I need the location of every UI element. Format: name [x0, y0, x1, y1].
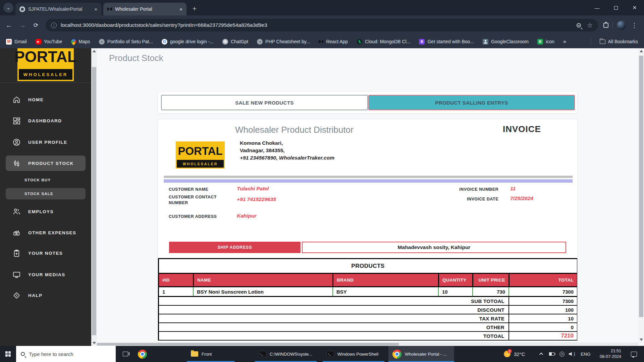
scrollbar-thumb[interactable]: [92, 67, 96, 335]
home-icon: [12, 96, 21, 104]
start-button[interactable]: [0, 346, 16, 362]
bookmark-react-app[interactable]: React App: [319, 39, 348, 44]
zoom-out-icon[interactable]: [577, 23, 581, 27]
bookmark-mongodb[interactable]: Cloud: MongoDB Cl...: [357, 39, 410, 45]
notification-center-button[interactable]: [627, 346, 641, 362]
sidebar: PORTAL WHOLESALER HOME DASHBOARD USER PR…: [0, 48, 91, 346]
sidebar-scrollbar[interactable]: [91, 48, 97, 346]
bookmark-chatgpt[interactable]: ✳ChatGpt: [222, 39, 248, 45]
extensions-icon[interactable]: [603, 23, 608, 28]
battery-indicator[interactable]: [547, 346, 556, 362]
tab-github[interactable]: SJPATEL/WhalsalerPortal ×: [15, 3, 101, 15]
dashboard-icon: [12, 117, 21, 125]
sidebar-item-other-expenses[interactable]: OTHER EXPENSES: [6, 225, 86, 240]
page-vertical-scrollbar[interactable]: [638, 48, 644, 343]
help-diamond-icon: ?: [12, 291, 21, 300]
restore-button[interactable]: [606, 0, 625, 15]
scrollbar-thumb[interactable]: [97, 343, 399, 346]
taskbar-app-wholesaler-portal[interactable]: Wholesaler Portal - ...: [388, 346, 454, 362]
tab-title: SJPATEL/WhalsalerPortal: [28, 6, 82, 12]
bookmark-gmail[interactable]: MGmail: [6, 39, 27, 45]
product-selling-entries-button[interactable]: PRODUCT SALLING ENTRYS: [368, 95, 575, 110]
bookmark-star-icon[interactable]: ☆: [587, 22, 593, 28]
scroll-up-icon[interactable]: [640, 50, 643, 52]
screen: ⌄ SJPATEL/WhalsalerPortal × Wholesaler P…: [0, 0, 644, 362]
bootstrap-icon: B: [419, 39, 425, 45]
language-indicator[interactable]: ENG: [578, 346, 593, 362]
sidebar-item-product-stock[interactable]: PRODUCT STOCK: [6, 156, 86, 171]
temperature-readout[interactable]: 32°C: [514, 346, 530, 362]
bookmark-maps[interactable]: Maps: [71, 39, 90, 44]
page-viewport: PORTAL WHOLESALER HOME DASHBOARD USER PR…: [0, 48, 644, 346]
site-info-icon[interactable]: i: [51, 22, 57, 28]
speaker-wave-icon: ): [574, 352, 575, 356]
sidebar-item-your-medias[interactable]: YOUR MEDIAS: [6, 267, 86, 282]
bookmark-classroom[interactable]: GoogleClassroom: [483, 39, 529, 45]
divider-bar-lavender: [164, 179, 573, 183]
powershell-icon: ›_: [327, 351, 334, 357]
invoice-company-name: Wholesaler Product Distributor: [235, 125, 354, 135]
sidebar-item-dashboard[interactable]: DASHBOARD: [6, 113, 86, 128]
sidebar-item-stock-buy[interactable]: STOCK BUY: [6, 174, 86, 186]
close-tab-icon[interactable]: ×: [179, 6, 182, 12]
tab-wholesaler-portal[interactable]: Wholesaler Portal ×: [103, 3, 186, 15]
bookmark-icon-site[interactable]: Bicon: [537, 39, 554, 45]
bookmark-bootstrap[interactable]: BGet started with Boo...: [419, 39, 474, 45]
tray-overflow-button[interactable]: [537, 346, 546, 362]
discount-row: DISCOUNT 100: [159, 306, 577, 314]
close-tab-icon[interactable]: ×: [94, 6, 97, 12]
page-horizontal-scrollbar[interactable]: [97, 343, 638, 346]
profile-avatar[interactable]: [617, 21, 626, 30]
browser-menu-icon[interactable]: ⋮: [631, 21, 638, 29]
scrollbar-thumb[interactable]: [639, 56, 643, 317]
task-view-button[interactable]: [118, 346, 133, 362]
sale-new-products-button[interactable]: SALE NEW PRODUCTS: [161, 95, 368, 110]
back-button[interactable]: ←: [3, 19, 15, 32]
all-bookmarks-button[interactable]: All Bookmarks: [600, 39, 638, 44]
tab-search-button[interactable]: ⌄: [3, 3, 13, 13]
sidebar-item-employs[interactable]: EMPLOYS: [6, 204, 86, 219]
bookmark-google-drive[interactable]: Ggoogle drive login -...: [162, 39, 214, 45]
weather-widget[interactable]: 1: [500, 346, 514, 362]
brand-logo: PORTAL WHOLESALER: [17, 48, 74, 81]
ship-address-value: Mahadevvash sosity, Kahipur: [302, 242, 566, 253]
minimize-button[interactable]: —: [588, 0, 606, 15]
volume-button[interactable]: ): [567, 346, 577, 362]
scroll-down-icon[interactable]: [93, 342, 96, 344]
svg-text:?: ?: [15, 294, 18, 297]
monitor-icon: [12, 270, 21, 279]
sidebar-item-home[interactable]: HOME: [6, 92, 86, 107]
globe-icon: ◑: [257, 39, 263, 45]
sidebar-item-your-notes[interactable]: YOUR NOTES: [6, 245, 86, 261]
clock[interactable]: 21:51 08-07-2024: [594, 346, 623, 362]
scroll-up-icon[interactable]: [93, 50, 96, 52]
sidebar-item-user-profile[interactable]: USER PROFILE: [6, 134, 86, 150]
products-table: PRODUCTS #ID NAME BRAND QUANTITY UNIT PR…: [158, 258, 578, 341]
taskbar-app-powershell[interactable]: ›_ Windows PowerShell: [323, 346, 384, 362]
forward-button[interactable]: →: [16, 19, 29, 32]
weather-badge: 1: [507, 349, 512, 353]
bookmark-php-cheatsheet[interactable]: ◑PHP Cheatsheet by...: [257, 39, 310, 45]
taskbar-search-input[interactable]: Type here to search: [16, 346, 116, 362]
new-tab-button[interactable]: +: [190, 4, 199, 13]
bookmark-portfolio[interactable]: ◑Portfolio of Setu Pat...: [99, 39, 153, 45]
invoice-date-label: INVOICE DATE: [441, 196, 498, 202]
meet-now-button[interactable]: [557, 346, 566, 362]
address-bar[interactable]: i localhost:3000/dasboard/productstock/s…: [46, 19, 598, 32]
battery-icon: [549, 352, 554, 356]
close-window-button[interactable]: ✕: [625, 0, 644, 15]
bookmarks-overflow-icon[interactable]: »: [563, 38, 566, 45]
sidebar-item-stock-sale[interactable]: STOCK SALE: [6, 188, 86, 199]
url-text[interactable]: localhost:3000/dasboard/productstock/sal…: [61, 22, 267, 28]
chrome-pinned-button[interactable]: [135, 346, 150, 362]
user-icon: [12, 138, 21, 146]
invoice-logo: PORTAL WHOLESALER: [176, 141, 225, 169]
sidebar-item-halp[interactable]: ? HALP: [6, 288, 86, 303]
taskbar-app-cmd[interactable]: ›_ C:\WINDOWS\syste...: [255, 346, 317, 362]
scroll-down-icon[interactable]: [640, 339, 643, 341]
bookmark-youtube[interactable]: ▶YouTube: [36, 39, 62, 45]
invoice-label: INVOICE: [503, 124, 541, 134]
react-favicon-icon: [107, 7, 112, 11]
reload-button[interactable]: ⟳: [30, 19, 42, 32]
taskbar-app-front[interactable]: Front: [187, 346, 234, 362]
